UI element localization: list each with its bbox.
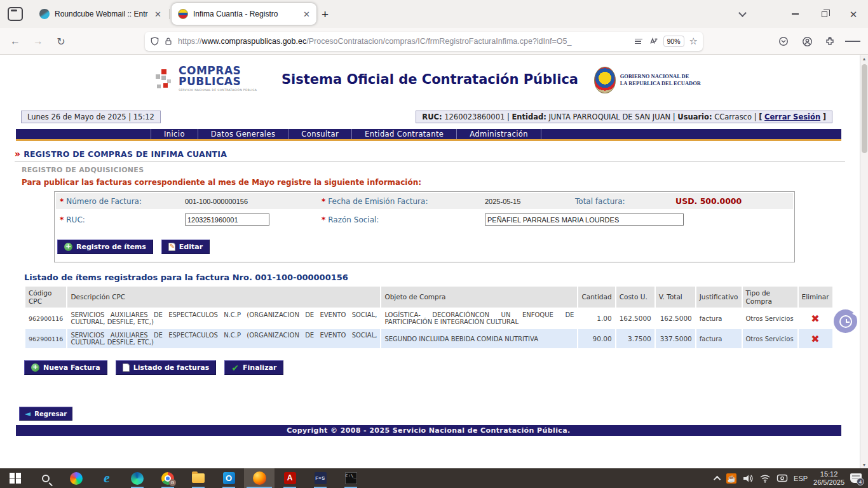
total-value: USD. 500.0000 — [675, 196, 742, 206]
ecuador-coat-of-arms-icon — [594, 67, 616, 93]
window-restore-button[interactable] — [810, 0, 839, 28]
window-close-button[interactable]: ✕ — [839, 0, 868, 28]
scroll-up-icon[interactable]: ▲ — [860, 57, 868, 61]
taskbar-acrobat-button[interactable]: A — [275, 468, 305, 488]
java-tray-icon[interactable]: ☕ — [726, 473, 736, 484]
cell-vtotal: 162.5000 — [656, 309, 695, 328]
col-costo-u: Costo U. — [616, 287, 654, 308]
plus-icon: + — [64, 243, 72, 251]
delete-item-icon[interactable]: ✖ — [802, 333, 829, 345]
invoice-list-button[interactable]: Listado de facturas — [116, 360, 217, 375]
business-name-input[interactable] — [485, 214, 684, 226]
nav-item-inicio[interactable]: Inicio — [151, 129, 198, 139]
government-logo: GOBIERNO NACIONAL DE LA REPUBLICA DEL EC… — [594, 67, 701, 93]
reader-mode-icon[interactable] — [635, 37, 642, 46]
ecuador-crest-favicon-icon — [178, 9, 188, 19]
vertical-scrollbar[interactable]: ▲ ▼ — [860, 55, 868, 468]
translate-icon[interactable] — [648, 36, 658, 46]
new-tab-button[interactable]: + — [322, 8, 329, 22]
session-box: RUC: 1260023860001 | Entidad: JUNTA PARR… — [416, 111, 832, 123]
scroll-down-icon[interactable]: ▼ — [860, 463, 868, 467]
taskbar-chrome-button[interactable]: G — [153, 468, 183, 488]
col-v-total: V. Total — [656, 287, 695, 308]
nav-item-entidad-contratante[interactable]: Entidad Contratante — [351, 129, 456, 139]
zoom-level-badge[interactable]: 90% — [663, 36, 684, 47]
register-items-button[interactable]: + Registro de ítems — [57, 240, 153, 254]
document-icon — [123, 363, 130, 372]
bookmark-star-icon[interactable]: ☆ — [689, 36, 698, 47]
table-header-row: Código CPC Descripción CPC Objeto de Com… — [25, 287, 832, 308]
section-title: REGISTRO DE COMPRAS DE INFIMA CUANTIA — [24, 149, 227, 159]
acrobat-icon: A — [284, 472, 296, 484]
invoice-number-value: 001-100-000000156 — [185, 198, 248, 205]
tab-list-dropdown-button[interactable] — [728, 0, 757, 28]
cell-costo: 3.7500 — [616, 329, 654, 348]
ruc-value: 1260023860001 — [444, 112, 505, 121]
logout-link[interactable]: Cerrar Sesión — [764, 112, 820, 121]
nav-item-consultar[interactable]: Consultar — [288, 129, 351, 139]
button-label: Finalizar — [243, 363, 276, 372]
notifications-icon[interactable]: 4 — [850, 473, 862, 483]
taskbar-edge-button[interactable] — [122, 468, 153, 488]
menu-icon[interactable] — [845, 34, 860, 49]
taskbar-fes-app-button[interactable]: F≡S — [305, 468, 336, 488]
search-icon — [42, 475, 50, 482]
taskbar-copilot-button[interactable] — [61, 468, 92, 488]
fes-app-icon: F≡S — [315, 472, 327, 484]
cell-cantidad: 1.00 — [578, 309, 614, 328]
url-bar[interactable]: https://www.compraspublicas.gob.ec/Proce… — [145, 32, 703, 51]
language-indicator[interactable]: ESP — [794, 475, 808, 482]
account-icon[interactable] — [799, 34, 815, 49]
start-button[interactable] — [0, 468, 31, 488]
edit-button[interactable]: Editar — [161, 240, 210, 254]
back-icon[interactable]: ← — [8, 34, 23, 49]
meet-now-icon[interactable] — [776, 473, 788, 483]
url-text[interactable]: https://www.compraspublicas.gob.ec/Proce… — [178, 37, 635, 46]
floating-timer-widget[interactable] — [834, 309, 857, 333]
url-scheme: https:// — [178, 37, 202, 46]
tab-roundcube-webmail[interactable]: Roundcube Webmail :: Entrada ✕ — [33, 3, 168, 25]
col-justificativo: Justificativo — [696, 287, 742, 308]
taskbar-firefox-button[interactable] — [244, 468, 275, 488]
finish-button[interactable]: ✔ Finalizar — [224, 360, 283, 375]
windows-logo-icon — [10, 473, 21, 484]
wifi-icon[interactable] — [759, 474, 771, 483]
taskbar-internet-explorer-button[interactable]: e — [92, 468, 122, 488]
cell-cantidad: 90.00 — [578, 329, 614, 348]
ruc-input[interactable] — [185, 214, 269, 226]
invoice-form: *Número de Factura: 001-100-000000156 *F… — [54, 191, 795, 262]
datetime-box: Lunes 26 de Mayo de 2025 | 15:12 — [21, 111, 161, 123]
tab-infima-cuantia-active[interactable]: Infima Cuantía - Registro ✕ — [172, 3, 316, 25]
delete-item-icon[interactable]: ✖ — [802, 313, 829, 325]
firefox-view-icon[interactable] — [8, 7, 23, 21]
required-asterisk: * — [60, 197, 64, 206]
info-row: Lunes 26 de Mayo de 2025 | 15:12 RUC: 12… — [21, 111, 832, 123]
back-button[interactable]: ◄ Regresar — [19, 407, 72, 421]
tab-close-icon[interactable]: ✕ — [154, 10, 161, 19]
taskbar-search-button[interactable] — [31, 468, 61, 488]
taskbar-file-explorer-button[interactable] — [183, 468, 214, 488]
nav-item-datos-generales[interactable]: Datos Generales — [198, 129, 288, 139]
extensions-icon[interactable] — [822, 34, 837, 49]
taskbar-terminal-button[interactable]: C:\_ — [336, 468, 366, 488]
cell-descripcion: SERVICIOS AUXILIARES DE ESPECTACULOS N.C… — [67, 309, 380, 328]
window-minimize-button[interactable] — [780, 0, 810, 28]
page-footer: Copyright © 2008 - 2025 Servicio Naciona… — [16, 425, 841, 436]
volume-icon[interactable] — [742, 473, 754, 484]
forward-icon[interactable]: → — [31, 34, 46, 49]
col-descripcion-cpc: Descripción CPC — [67, 287, 380, 308]
tray-expand-icon[interactable] — [714, 475, 721, 482]
nav-item-administracion[interactable]: Administración — [456, 129, 541, 139]
taskbar-clock[interactable]: 15:12 26/5/2025 — [813, 470, 844, 487]
pocket-icon[interactable] — [776, 34, 791, 49]
roundcube-favicon-icon — [39, 9, 50, 19]
tab-close-icon[interactable]: ✕ — [303, 10, 310, 19]
scrollbar-thumb[interactable] — [862, 64, 867, 153]
back-arrow-icon: ◄ — [25, 410, 31, 417]
button-label: Listado de facturas — [133, 363, 210, 372]
new-invoice-button[interactable]: + Nueva Factura — [24, 360, 107, 375]
taskbar-outlook-button[interactable]: O — [214, 468, 244, 488]
shield-icon[interactable] — [150, 36, 159, 46]
button-label: Regresar — [34, 410, 67, 417]
reload-icon[interactable]: ↻ — [53, 34, 69, 49]
